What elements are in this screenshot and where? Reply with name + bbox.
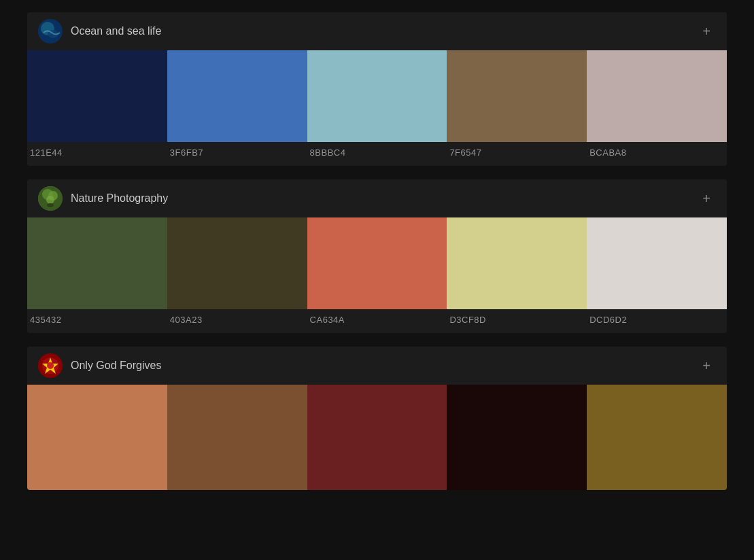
palette-ogf-header-left: Only God Forgives	[38, 353, 161, 378]
ocean-title: Ocean and sea life	[71, 25, 161, 37]
swatch-group	[27, 385, 167, 490]
palette-ogf-header: Only God Forgives +	[27, 347, 727, 385]
color-swatch[interactable]	[167, 50, 307, 142]
color-swatch[interactable]	[307, 50, 447, 142]
color-swatch[interactable]	[587, 50, 727, 142]
color-swatch[interactable]	[27, 50, 167, 142]
ogf-icon	[38, 353, 63, 378]
swatch-group	[307, 385, 447, 490]
ogf-title: Only God Forgives	[71, 360, 161, 372]
swatch-label: 7F6547	[447, 142, 587, 166]
color-swatch[interactable]	[307, 217, 447, 309]
nature-icon	[38, 186, 63, 211]
palette-ocean-header-left: Ocean and sea life	[38, 19, 161, 43]
ogf-add-button[interactable]: +	[697, 356, 716, 375]
color-swatch[interactable]	[447, 50, 587, 142]
swatch-group: D3CF8D	[447, 217, 587, 333]
color-swatch[interactable]	[587, 217, 727, 309]
swatch-label: D3CF8D	[447, 309, 587, 333]
swatch-group: 121E44	[27, 50, 167, 166]
swatch-label: BCABA8	[587, 142, 727, 166]
swatch-label: 435432	[27, 309, 167, 333]
ocean-swatches: 121E44 3F6FB7 8BBBC4 7F6547 BCABA8	[27, 50, 727, 166]
ocean-add-button[interactable]: +	[697, 22, 716, 41]
color-swatch[interactable]	[587, 385, 727, 490]
color-swatch[interactable]	[167, 385, 307, 490]
palette-nature: Nature Photography + 435432 403A23 CA634…	[27, 179, 727, 333]
svg-point-7	[46, 196, 54, 204]
svg-point-8	[47, 203, 54, 207]
main-container: Ocean and sea life + 121E44 3F6FB7 8BBBC…	[0, 0, 754, 560]
swatch-label: 121E44	[27, 142, 167, 166]
swatch-label: CA634A	[307, 309, 447, 333]
palette-ogf: Only God Forgives +	[27, 347, 727, 490]
swatch-group: 8BBBC4	[307, 50, 447, 166]
ocean-icon	[38, 19, 63, 43]
palette-ocean: Ocean and sea life + 121E44 3F6FB7 8BBBC…	[27, 12, 727, 166]
swatch-group: 435432	[27, 217, 167, 333]
nature-swatches: 435432 403A23 CA634A D3CF8D DCD6D2	[27, 217, 727, 333]
nature-title: Nature Photography	[71, 192, 168, 205]
swatch-group	[167, 385, 307, 490]
swatch-label: 8BBBC4	[307, 142, 447, 166]
palette-nature-header-left: Nature Photography	[38, 186, 168, 211]
swatch-group: 3F6FB7	[167, 50, 307, 166]
color-swatch[interactable]	[27, 217, 167, 309]
color-swatch[interactable]	[447, 385, 587, 490]
swatch-group: 7F6547	[447, 50, 587, 166]
swatch-label: 403A23	[167, 309, 307, 333]
swatch-group: CA634A	[307, 217, 447, 333]
ogf-swatches	[27, 385, 727, 490]
swatch-label: 3F6FB7	[167, 142, 307, 166]
swatch-group	[447, 385, 587, 490]
swatch-group: 403A23	[167, 217, 307, 333]
palette-nature-header: Nature Photography +	[27, 179, 727, 217]
color-swatch[interactable]	[447, 217, 587, 309]
swatch-group	[587, 385, 727, 490]
swatch-group: BCABA8	[587, 50, 727, 166]
nature-add-button[interactable]: +	[697, 189, 716, 208]
color-swatch[interactable]	[167, 217, 307, 309]
palette-ocean-header: Ocean and sea life +	[27, 12, 727, 50]
color-swatch[interactable]	[307, 385, 447, 490]
swatch-label: DCD6D2	[587, 309, 727, 333]
swatch-group: DCD6D2	[587, 217, 727, 333]
color-swatch[interactable]	[27, 385, 167, 490]
svg-point-12	[47, 362, 54, 369]
